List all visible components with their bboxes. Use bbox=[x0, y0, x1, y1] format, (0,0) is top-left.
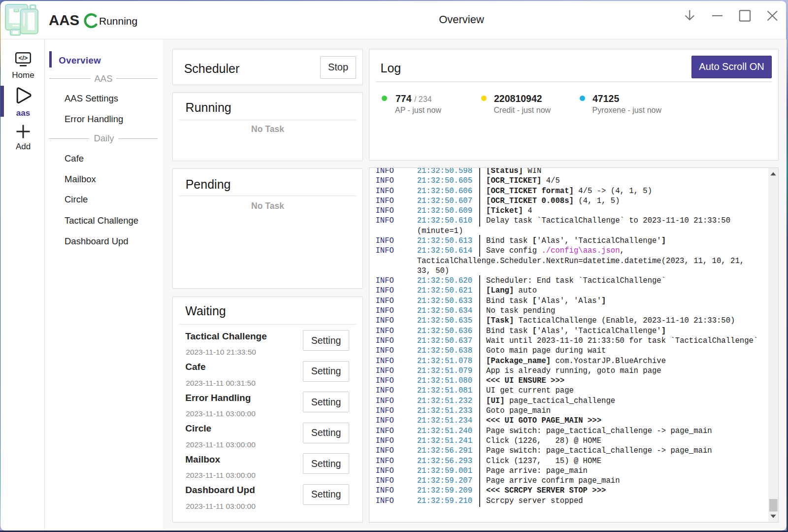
svg-text:</>: </> bbox=[19, 54, 28, 62]
